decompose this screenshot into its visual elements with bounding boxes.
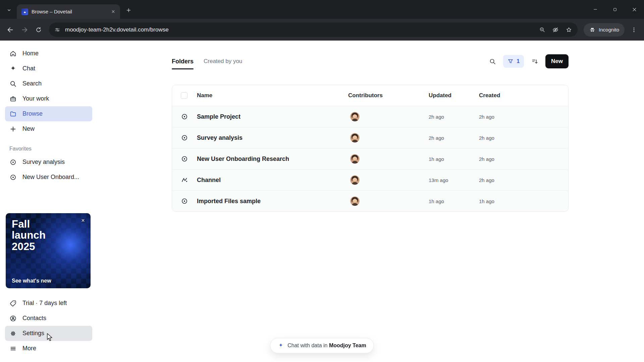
updated-time: 13m ago (429, 177, 479, 183)
sidebar-item-new[interactable]: New (5, 121, 92, 136)
sparkle-icon (9, 65, 17, 72)
updated-time: 1h ago (429, 156, 479, 162)
new-tab-button[interactable] (123, 4, 134, 16)
tab-close-button[interactable] (109, 8, 117, 15)
sidebar-item-label: Contacts (22, 315, 46, 322)
forward-button[interactable] (17, 23, 32, 37)
sparkle-icon (278, 343, 284, 349)
back-button[interactable] (3, 23, 17, 37)
sidebar-item-trial[interactable]: Trial · 7 days left (5, 296, 92, 311)
sidebar-item-label: Your work (22, 95, 49, 102)
sidebar-item-your-work[interactable]: Your work (5, 91, 92, 106)
promo-close-button[interactable] (78, 216, 87, 225)
close-icon (632, 7, 637, 12)
sidebar-item-label: Browse (22, 110, 43, 117)
updated-time: 2h ago (429, 135, 479, 141)
tab-search-button[interactable] (3, 4, 15, 16)
favorite-item-label: Survey analysis (22, 159, 65, 166)
tab-folders[interactable]: Folders (172, 58, 194, 65)
sidebar-item-settings[interactable]: Settings (5, 326, 92, 341)
promo-see-whats-new-link[interactable]: See what's new (12, 278, 51, 284)
target-icon (181, 113, 188, 120)
sidebar-item-home[interactable]: Home (5, 46, 92, 61)
folder-name[interactable]: Imported Files sample (197, 198, 348, 205)
updated-time: 1h ago (429, 198, 479, 204)
window-minimize-button[interactable] (586, 0, 605, 19)
search-icon (489, 58, 496, 65)
sidebar-item-label: Trial · 7 days left (22, 300, 67, 307)
table-row[interactable]: Imported Files sample 1h ago 1h ago (172, 190, 568, 212)
select-all-checkbox[interactable] (181, 92, 187, 99)
kebab-menu-icon (631, 27, 637, 33)
sort-button[interactable] (528, 55, 541, 68)
contributor-avatar (350, 196, 360, 206)
search-icon (9, 80, 17, 87)
folder-name[interactable]: Sample Project (197, 113, 348, 120)
tab-title: Browse – Dovetail (32, 9, 106, 14)
filter-button[interactable]: 1 (503, 55, 524, 68)
reload-button[interactable] (32, 23, 46, 37)
contributor-avatar (350, 133, 360, 142)
sidebar-item-contacts[interactable]: Contacts (5, 311, 92, 326)
sidebar-item-browse[interactable]: Browse (5, 106, 92, 121)
fall-launch-promo-card[interactable]: Fall launch 2025 See what's new (6, 213, 91, 288)
created-time: 2h ago (479, 156, 559, 162)
table-row[interactable]: Channel 13m ago 2h ago (172, 169, 568, 190)
url-bar[interactable]: moodjoy-team-2h2v.dovetail.com/browse (49, 22, 578, 37)
sidebar-item-more[interactable]: More (5, 341, 92, 356)
chat-with-data-pill[interactable]: Chat with data in Moodjoy Team (270, 338, 374, 353)
folder-name[interactable]: Survey analysis (197, 134, 348, 141)
search-button[interactable] (486, 55, 499, 68)
sidebar-item-label: New (22, 125, 35, 132)
gear-icon (9, 330, 17, 337)
sidebar-item-chat[interactable]: Chat (5, 61, 92, 76)
new-folder-button[interactable]: New (545, 54, 569, 68)
person-icon (9, 315, 17, 322)
eye-slash-icon (552, 26, 559, 33)
sort-icon (531, 58, 538, 65)
window-controls (586, 0, 644, 19)
sidebar-item-label: Search (22, 80, 42, 87)
promo-title: Fall launch 2025 (6, 213, 91, 252)
header-name[interactable]: Name (197, 92, 348, 99)
view-tabs-row: Folders Created by you 1 New (172, 53, 569, 69)
contributor-avatar (350, 175, 360, 185)
window-close-button[interactable] (625, 0, 644, 19)
sidebar-item-label: Settings (22, 330, 44, 337)
sidebar-item-search[interactable]: Search (5, 76, 92, 91)
plus-icon (9, 125, 17, 133)
table-header-row: Name Contributors Updated Created (172, 85, 568, 106)
home-icon (9, 50, 17, 57)
table-row[interactable]: Sample Project 2h ago 2h ago (172, 106, 568, 127)
contributor-avatar (350, 154, 360, 164)
target-icon (181, 197, 188, 205)
bookmark-button[interactable] (563, 24, 575, 36)
chat-pill-prefix: Chat with data in (287, 343, 327, 348)
header-created[interactable]: Created (479, 92, 559, 99)
password-hidden-button[interactable] (549, 24, 561, 36)
target-icon (181, 134, 188, 141)
folder-name[interactable]: New User Onboarding Research (197, 156, 348, 163)
zoom-button[interactable] (536, 24, 548, 36)
filter-count-badge: 1 (517, 58, 520, 64)
maximize-icon (613, 7, 617, 12)
tab-created-by-you[interactable]: Created by you (204, 58, 242, 65)
window-maximize-button[interactable] (605, 0, 625, 19)
header-updated[interactable]: Updated (429, 92, 479, 99)
created-time: 2h ago (479, 135, 559, 141)
table-row[interactable]: Survey analysis 2h ago 2h ago (172, 127, 568, 148)
zoom-icon (539, 26, 545, 33)
favorite-item-survey-analysis[interactable]: Survey analysis (5, 155, 92, 170)
site-settings-button[interactable] (52, 24, 63, 36)
created-time: 1h ago (479, 198, 559, 204)
omnibox-actions (536, 24, 575, 36)
favorite-item-new-user-onboarding[interactable]: New User Onboard... (5, 170, 92, 185)
browser-menu-button[interactable] (627, 23, 641, 37)
sidebar-footer: Trial · 7 days left Contacts Settings Mo… (0, 296, 97, 356)
target-icon (181, 155, 188, 163)
table-row[interactable]: New User Onboarding Research 1h ago 2h a… (172, 148, 568, 169)
header-contributors: Contributors (348, 92, 429, 99)
browser-tab[interactable]: Browse – Dovetail (17, 4, 120, 19)
folder-name[interactable]: Channel (197, 177, 348, 184)
browser-tabstrip: Browse – Dovetail (0, 0, 644, 19)
